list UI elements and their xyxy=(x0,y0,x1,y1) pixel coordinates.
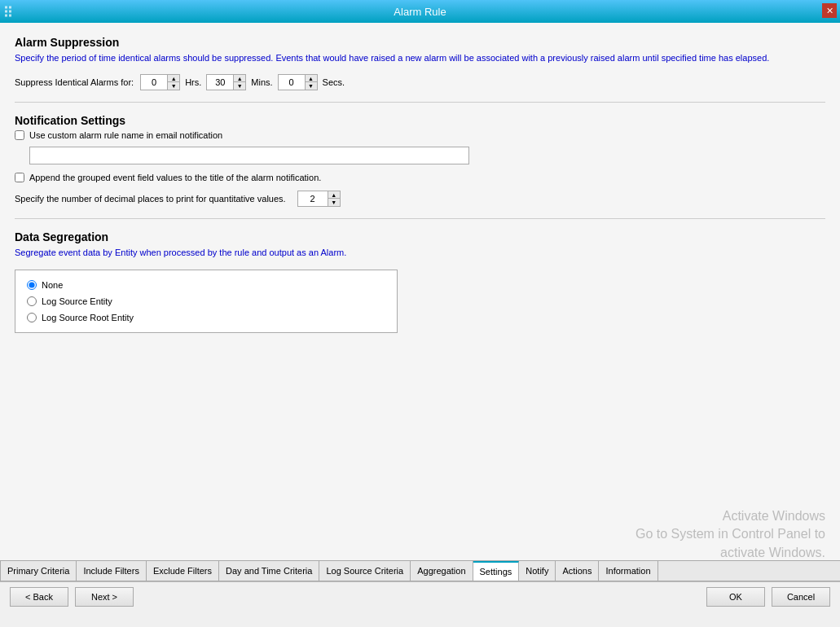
radio-none[interactable] xyxy=(27,280,37,290)
hrs-label: Hrs. xyxy=(185,77,201,87)
radio-log-source-entity[interactable] xyxy=(27,296,37,306)
radio-log-source-root-entity[interactable] xyxy=(27,313,37,322)
tab-exclude-filters[interactable]: Exclude Filters xyxy=(147,561,219,581)
data-segregation-desc: Segregate event data by Entity when proc… xyxy=(15,247,825,259)
mins-input[interactable] xyxy=(207,75,233,90)
drag-handle xyxy=(5,7,11,17)
next-button[interactable]: Next > xyxy=(75,587,134,607)
watermark-line2: Go to System in Control Panel to xyxy=(635,525,825,543)
mins-spinner-btns: ▲ ▼ xyxy=(233,75,245,90)
secs-spinner-btns: ▲ ▼ xyxy=(305,75,317,90)
custom-alarm-name-label: Use custom alarm rule name in email noti… xyxy=(29,130,222,140)
decimal-spinner-btns: ▲ ▼ xyxy=(328,191,340,206)
append-grouped-checkbox[interactable] xyxy=(15,173,24,182)
title-bar: Alarm Rule ✕ xyxy=(0,0,840,23)
radio-log-source-entity-row: Log Source Entity xyxy=(27,296,385,306)
watermark: Activate Windows Go to System in Control… xyxy=(635,507,825,560)
alarm-suppression-title: Alarm Suppression xyxy=(15,36,825,49)
separator-1 xyxy=(15,102,825,103)
tab-bar: Primary Criteria Include Filters Exclude… xyxy=(0,560,840,581)
separator-2 xyxy=(15,218,825,219)
radio-none-label: None xyxy=(42,280,63,290)
decimal-spinner[interactable]: ▲ ▼ xyxy=(297,191,341,207)
secs-down-btn[interactable]: ▼ xyxy=(306,82,317,90)
tab-actions[interactable]: Actions xyxy=(556,561,599,581)
secs-spinner[interactable]: ▲ ▼ xyxy=(278,74,318,90)
radio-log-source-root-label: Log Source Root Entity xyxy=(42,313,134,322)
tab-settings[interactable]: Settings xyxy=(473,561,520,581)
secs-input[interactable] xyxy=(279,75,305,90)
decimal-up-btn[interactable]: ▲ xyxy=(328,191,340,199)
action-bar-left: < Back Next > xyxy=(10,587,134,607)
close-button[interactable]: ✕ xyxy=(822,3,837,18)
radio-none-row: None xyxy=(27,280,385,290)
data-segregation-title: Data Segregation xyxy=(15,230,825,243)
secs-up-btn[interactable]: ▲ xyxy=(306,75,317,82)
tab-notify[interactable]: Notify xyxy=(519,561,556,581)
action-bar-right: OK Cancel xyxy=(706,587,830,607)
tab-information[interactable]: Information xyxy=(599,561,657,581)
notification-settings-title: Notification Settings xyxy=(15,114,825,127)
decimal-row: Specify the number of decimal places to … xyxy=(15,191,825,207)
hrs-down-btn[interactable]: ▼ xyxy=(168,82,179,90)
custom-alarm-name-row: Use custom alarm rule name in email noti… xyxy=(15,130,825,140)
decimal-places-label: Specify the number of decimal places to … xyxy=(15,194,286,204)
decimal-input[interactable] xyxy=(298,191,328,206)
action-bar: < Back Next > OK Cancel xyxy=(0,581,840,611)
mins-up-btn[interactable]: ▲ xyxy=(234,75,245,82)
append-grouped-row: Append the grouped event field values to… xyxy=(15,173,825,182)
window-title: Alarm Rule xyxy=(394,6,446,18)
cancel-button[interactable]: Cancel xyxy=(772,587,830,607)
secs-label: Secs. xyxy=(323,77,345,87)
hrs-spinner-btns: ▲ ▼ xyxy=(167,75,179,90)
mins-label: Mins. xyxy=(251,77,272,87)
tab-include-filters[interactable]: Include Filters xyxy=(77,561,146,581)
tab-day-time-criteria[interactable]: Day and Time Criteria xyxy=(219,561,319,581)
radio-log-source-root-row: Log Source Root Entity xyxy=(27,313,385,322)
watermark-line1: Activate Windows xyxy=(635,507,825,525)
mins-spinner[interactable]: ▲ ▼ xyxy=(206,74,246,90)
back-button[interactable]: < Back xyxy=(10,587,68,607)
decimal-down-btn[interactable]: ▼ xyxy=(328,199,340,206)
append-grouped-label: Append the grouped event field values to… xyxy=(29,173,321,182)
hrs-input[interactable] xyxy=(141,75,167,90)
tab-primary-criteria[interactable]: Primary Criteria xyxy=(0,561,77,581)
tab-log-source-criteria[interactable]: Log Source Criteria xyxy=(319,561,411,581)
watermark-line3: activate Windows. xyxy=(635,544,825,560)
main-content: Alarm Suppression Specify the period of … xyxy=(0,23,840,560)
suppress-label: Suppress Identical Alarms for: xyxy=(15,77,134,87)
alarm-suppression-desc: Specify the period of time identical ala… xyxy=(15,52,825,64)
custom-alarm-name-checkbox[interactable] xyxy=(15,130,24,140)
custom-alarm-name-input[interactable] xyxy=(29,147,469,164)
spinner-group: ▲ ▼ Hrs. ▲ ▼ Mins. ▲ ▼ xyxy=(140,74,345,90)
ok-button[interactable]: OK xyxy=(706,587,765,607)
hrs-up-btn[interactable]: ▲ xyxy=(168,75,179,82)
data-segregation-box: None Log Source Entity Log Source Root E… xyxy=(15,270,398,333)
suppress-alarms-row: Suppress Identical Alarms for: ▲ ▼ Hrs. … xyxy=(15,74,825,90)
mins-down-btn[interactable]: ▼ xyxy=(234,82,245,90)
radio-log-source-entity-label: Log Source Entity xyxy=(42,296,112,306)
tab-aggregation[interactable]: Aggregation xyxy=(411,561,473,581)
hrs-spinner[interactable]: ▲ ▼ xyxy=(140,74,180,90)
